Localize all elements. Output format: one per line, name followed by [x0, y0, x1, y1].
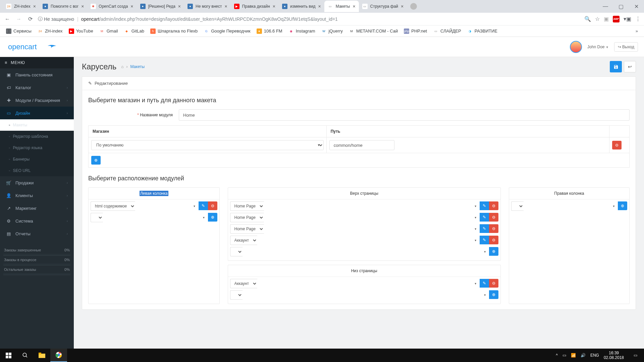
bookmark-item[interactable]: ▶YouTube [69, 28, 93, 34]
browser-tab[interactable]: ●[Решено] Реда× [137, 1, 184, 12]
menu-toggle[interactable]: ≡ МЕНЮ [0, 57, 74, 68]
bookmark-item[interactable]: ⋮⋮Сервисы [6, 28, 32, 34]
save-button[interactable] [610, 61, 622, 72]
browser-tab[interactable]: ▶Правка дизайн× [231, 1, 279, 12]
close-tab-icon[interactable]: × [401, 4, 404, 9]
module-select[interactable]: Аккаунт [230, 236, 257, 245]
battery-icon[interactable]: ▭ [562, 353, 566, 358]
module-select[interactable]: Home Page [230, 213, 264, 222]
logout-button[interactable]: ↪ Выход [614, 42, 638, 52]
bookmark-item[interactable]: ●106.6 FM [257, 28, 282, 34]
user-avatar[interactable] [570, 41, 582, 53]
menu-button[interactable]: ⋮ [635, 16, 641, 22]
bookmark-item[interactable]: MGmail [99, 28, 118, 34]
sidebar-subitem[interactable]: »Редактор языка [0, 142, 74, 154]
browser-tab[interactable]: ●Не могу внест× [184, 1, 231, 12]
sidebar-item[interactable]: ↗Маркетинг› [0, 202, 74, 215]
security-indicator[interactable]: ⓘ Не защищено [38, 16, 74, 22]
add-module-button[interactable]: ⊕ [489, 247, 498, 256]
path-input[interactable] [329, 140, 394, 150]
sidebar-subitem[interactable]: »Редактор шаблона [0, 131, 74, 142]
sidebar-subitem[interactable]: »Баннеры [0, 154, 74, 165]
module-select[interactable] [91, 213, 103, 222]
bookmark-item[interactable]: phpPHP.net [404, 28, 427, 34]
sidebar-item[interactable]: ▭Дизайн› [0, 107, 74, 119]
browser-tab[interactable]: ●Помогите с вог× [39, 1, 87, 12]
bookmark-item[interactable]: ▭СЛАЙДЕР [433, 28, 461, 34]
browser-tab[interactable]: ▭Макеты× [324, 1, 359, 12]
sidebar-item[interactable]: ▤Отчеты› [0, 227, 74, 240]
remove-module-button[interactable]: ⊖ [208, 201, 217, 210]
edit-module-button[interactable]: ✎ [199, 201, 208, 210]
remove-module-button[interactable]: ⊖ [489, 201, 498, 210]
close-tab-icon[interactable]: × [273, 4, 275, 9]
sidebar-item[interactable]: 🏷Каталог› [0, 81, 74, 94]
wifi-icon[interactable]: 📶 [571, 353, 576, 358]
add-module-button[interactable]: ⊕ [618, 201, 627, 210]
sidebar-subitem[interactable]: »SEO URL [0, 165, 74, 176]
user-menu[interactable]: John Doe ▼ [587, 45, 609, 49]
extension-icon[interactable]: ▾▣ [624, 16, 631, 22]
module-select[interactable]: Home Page [230, 201, 264, 211]
remove-module-button[interactable]: ⊖ [489, 213, 498, 222]
add-row-button[interactable]: ⊕ [91, 156, 101, 165]
close-tab-icon[interactable]: × [353, 4, 355, 9]
bookmark-item[interactable]: GGoogle Переводчик [204, 28, 251, 34]
maximize-button[interactable]: ▢ [613, 1, 629, 11]
close-tab-icon[interactable]: × [318, 4, 321, 9]
add-module-button[interactable]: ⊕ [489, 290, 498, 299]
module-select[interactable] [511, 201, 524, 211]
close-tab-icon[interactable]: × [130, 4, 133, 9]
sidebar-item[interactable]: 👤Клиенты› [0, 189, 74, 202]
chrome-icon[interactable] [50, 349, 67, 362]
bookmark-item[interactable]: hШпаргалка по Flexb [150, 28, 198, 34]
minimize-button[interactable]: — [598, 1, 613, 11]
bookmark-item[interactable]: WjQuerry [321, 28, 343, 34]
bookmark-star-icon[interactable]: ☆ [595, 16, 600, 22]
search-icon[interactable]: 🔍 [584, 16, 591, 22]
sidebar-subitem[interactable]: »Макеты [0, 119, 74, 131]
module-select[interactable] [230, 247, 243, 256]
module-select[interactable]: html содержимое [91, 201, 135, 211]
browser-tab[interactable]: ●изменить вид× [279, 1, 324, 12]
close-tab-icon[interactable]: × [225, 4, 227, 9]
close-tab-icon[interactable]: × [33, 4, 36, 9]
add-module-button[interactable]: ⊕ [208, 213, 217, 222]
breadcrumb-link[interactable]: Макеты [130, 64, 145, 69]
browser-tab[interactable]: 24ZH-index× [3, 1, 39, 12]
bookmark-item[interactable]: ◉Instagram [288, 28, 315, 34]
clock[interactable]: 16:3902.08.2018 [604, 351, 624, 360]
bookmark-item[interactable]: ◆GitLab [124, 28, 144, 34]
back-button[interactable]: ↩ [624, 61, 636, 72]
edit-module-button[interactable]: ✎ [480, 213, 489, 222]
bookmark-item[interactable]: MMETANIT.COM - Сай [349, 28, 398, 34]
store-select[interactable]: По умолчанию [91, 140, 324, 150]
module-name-input[interactable] [179, 109, 630, 121]
close-tab-icon[interactable]: × [178, 4, 181, 9]
profile-avatar[interactable] [407, 3, 420, 10]
sidebar-item[interactable]: ▣Панель состояния [0, 68, 74, 81]
bookmark-item[interactable]: 24ZH-index [38, 28, 63, 34]
module-select[interactable]: Аккаунт [230, 279, 257, 288]
reload-button[interactable]: ⟳ [26, 16, 34, 22]
remove-row-button[interactable]: ⊖ [612, 141, 622, 149]
keyboard-lang[interactable]: ENG [590, 353, 599, 358]
remove-module-button[interactable]: ⊖ [489, 279, 498, 288]
start-button[interactable] [0, 349, 17, 362]
forward-button[interactable]: → [15, 16, 23, 22]
opencart-logo[interactable]: opencart [6, 42, 65, 52]
close-button[interactable]: ✕ [629, 1, 644, 11]
module-select[interactable]: Home Page [230, 224, 264, 234]
adblock-icon[interactable]: ABP [613, 16, 620, 22]
bookmarks-overflow[interactable]: » [636, 28, 638, 34]
edit-module-button[interactable]: ✎ [480, 201, 489, 210]
bookmark-item[interactable]: ◑РАЗВИТИЕ [467, 28, 497, 34]
url-box[interactable]: ⓘ Не защищено | opencart/admin/index.php… [38, 16, 581, 22]
edit-module-button[interactable]: ✎ [480, 279, 489, 288]
edit-module-button[interactable]: ✎ [480, 236, 489, 244]
close-tab-icon[interactable]: × [81, 4, 84, 9]
sidebar-item[interactable]: 🛒Продажи› [0, 176, 74, 189]
volume-icon[interactable]: 🔊 [581, 353, 586, 358]
remove-module-button[interactable]: ⊖ [489, 236, 498, 244]
extension-icon[interactable]: ▣ [604, 16, 609, 22]
